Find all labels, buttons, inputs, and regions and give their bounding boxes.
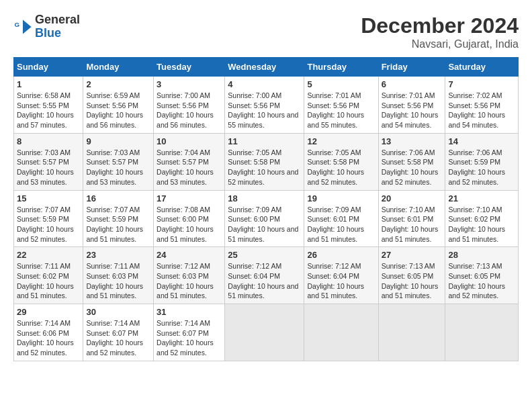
subtitle: Navsari, Gujarat, India — [361, 38, 519, 50]
title-block: December 2024 Navsari, Gujarat, India — [361, 13, 519, 50]
day-detail: Sunrise: 7:06 AMSunset: 5:59 PMDaylight:… — [448, 148, 505, 186]
day-cell-9: 9Sunrise: 7:03 AMSunset: 5:57 PMDaylight… — [83, 133, 154, 190]
day-cell-20: 20Sunrise: 7:10 AMSunset: 6:01 PMDayligh… — [378, 190, 445, 247]
week-row-1: 1Sunrise: 6:58 AMSunset: 5:55 PMDaylight… — [14, 77, 519, 134]
day-detail: Sunrise: 7:12 AMSunset: 6:03 PMDaylight:… — [157, 262, 214, 300]
empty-cell — [225, 304, 304, 361]
day-detail: Sunrise: 7:09 AMSunset: 6:00 PMDaylight:… — [228, 205, 298, 243]
day-cell-30: 30Sunrise: 7:14 AMSunset: 6:07 PMDayligh… — [83, 304, 154, 361]
day-cell-6: 6Sunrise: 7:01 AMSunset: 5:56 PMDaylight… — [378, 77, 445, 134]
header-thursday: Thursday — [304, 58, 378, 77]
empty-cell — [378, 304, 445, 361]
day-cell-3: 3Sunrise: 7:00 AMSunset: 5:56 PMDaylight… — [154, 77, 225, 134]
page-header: G General Blue December 2024 Navsari, Gu… — [13, 13, 519, 50]
day-number: 25 — [228, 250, 301, 260]
day-number: 15 — [17, 193, 80, 203]
day-detail: Sunrise: 7:04 AMSunset: 5:57 PMDaylight:… — [157, 148, 214, 186]
week-row-5: 29Sunrise: 7:14 AMSunset: 6:06 PMDayligh… — [14, 304, 519, 361]
day-detail: Sunrise: 6:59 AMSunset: 5:56 PMDaylight:… — [86, 91, 143, 129]
day-detail: Sunrise: 7:07 AMSunset: 5:59 PMDaylight:… — [17, 205, 74, 243]
day-detail: Sunrise: 7:11 AMSunset: 6:02 PMDaylight:… — [17, 262, 74, 300]
day-cell-28: 28Sunrise: 7:13 AMSunset: 6:05 PMDayligh… — [445, 247, 519, 304]
day-detail: Sunrise: 7:14 AMSunset: 6:07 PMDaylight:… — [86, 319, 143, 357]
day-number: 13 — [382, 136, 443, 146]
day-number: 19 — [307, 193, 375, 203]
logo-line2: Blue — [35, 27, 80, 40]
day-number: 21 — [448, 193, 515, 203]
day-number: 22 — [17, 250, 80, 260]
header-saturday: Saturday — [445, 58, 519, 77]
day-detail: Sunrise: 7:13 AMSunset: 6:05 PMDaylight:… — [382, 262, 439, 300]
day-detail: Sunrise: 7:02 AMSunset: 5:56 PMDaylight:… — [448, 91, 505, 129]
day-number: 14 — [448, 136, 515, 146]
day-number: 10 — [157, 136, 222, 146]
day-cell-29: 29Sunrise: 7:14 AMSunset: 6:06 PMDayligh… — [14, 304, 83, 361]
day-cell-15: 15Sunrise: 7:07 AMSunset: 5:59 PMDayligh… — [14, 190, 83, 247]
logo-line1: General — [35, 13, 80, 27]
day-number: 28 — [448, 250, 515, 260]
day-number: 18 — [228, 193, 301, 203]
day-number: 23 — [86, 250, 150, 260]
day-cell-2: 2Sunrise: 6:59 AMSunset: 5:56 PMDaylight… — [83, 77, 154, 134]
day-number: 2 — [86, 79, 150, 89]
header-wednesday: Wednesday — [225, 58, 304, 77]
day-cell-4: 4Sunrise: 7:00 AMSunset: 5:56 PMDaylight… — [225, 77, 304, 134]
day-detail: Sunrise: 7:08 AMSunset: 6:00 PMDaylight:… — [157, 205, 214, 243]
day-detail: Sunrise: 7:03 AMSunset: 5:57 PMDaylight:… — [86, 148, 143, 186]
day-detail: Sunrise: 7:06 AMSunset: 5:58 PMDaylight:… — [382, 148, 439, 186]
day-number: 8 — [17, 136, 80, 146]
empty-cell — [304, 304, 378, 361]
day-detail: Sunrise: 7:07 AMSunset: 5:59 PMDaylight:… — [86, 205, 143, 243]
day-detail: Sunrise: 7:14 AMSunset: 6:06 PMDaylight:… — [17, 319, 74, 357]
day-cell-19: 19Sunrise: 7:09 AMSunset: 6:01 PMDayligh… — [304, 190, 378, 247]
day-detail: Sunrise: 7:05 AMSunset: 5:58 PMDaylight:… — [228, 148, 298, 186]
day-number: 4 — [228, 79, 301, 89]
day-cell-14: 14Sunrise: 7:06 AMSunset: 5:59 PMDayligh… — [445, 133, 519, 190]
day-cell-23: 23Sunrise: 7:11 AMSunset: 6:03 PMDayligh… — [83, 247, 154, 304]
day-detail: Sunrise: 7:10 AMSunset: 6:02 PMDaylight:… — [448, 205, 505, 243]
day-cell-26: 26Sunrise: 7:12 AMSunset: 6:04 PMDayligh… — [304, 247, 378, 304]
day-number: 5 — [307, 79, 375, 89]
day-cell-31: 31Sunrise: 7:14 AMSunset: 6:07 PMDayligh… — [154, 304, 225, 361]
day-detail: Sunrise: 7:13 AMSunset: 6:05 PMDaylight:… — [448, 262, 505, 300]
day-number: 9 — [86, 136, 150, 146]
day-cell-18: 18Sunrise: 7:09 AMSunset: 6:00 PMDayligh… — [225, 190, 304, 247]
day-number: 20 — [382, 193, 443, 203]
day-number: 27 — [382, 250, 443, 260]
day-cell-1: 1Sunrise: 6:58 AMSunset: 5:55 PMDaylight… — [14, 77, 83, 134]
day-detail: Sunrise: 7:03 AMSunset: 5:57 PMDaylight:… — [17, 148, 74, 186]
week-row-4: 22Sunrise: 7:11 AMSunset: 6:02 PMDayligh… — [14, 247, 519, 304]
day-number: 29 — [17, 307, 80, 317]
svg-marker-1 — [23, 19, 32, 34]
day-detail: Sunrise: 7:09 AMSunset: 6:01 PMDaylight:… — [307, 205, 364, 243]
day-cell-16: 16Sunrise: 7:07 AMSunset: 5:59 PMDayligh… — [83, 190, 154, 247]
day-detail: Sunrise: 7:14 AMSunset: 6:07 PMDaylight:… — [157, 319, 214, 357]
day-number: 24 — [157, 250, 222, 260]
day-number: 3 — [157, 79, 222, 89]
header-monday: Monday — [83, 58, 154, 77]
week-row-3: 15Sunrise: 7:07 AMSunset: 5:59 PMDayligh… — [14, 190, 519, 247]
day-detail: Sunrise: 7:11 AMSunset: 6:03 PMDaylight:… — [86, 262, 143, 300]
logo-icon: G — [13, 17, 32, 36]
day-detail: Sunrise: 6:58 AMSunset: 5:55 PMDaylight:… — [17, 91, 74, 129]
header-tuesday: Tuesday — [154, 58, 225, 77]
day-number: 12 — [307, 136, 375, 146]
day-number: 11 — [228, 136, 301, 146]
day-detail: Sunrise: 7:12 AMSunset: 6:04 PMDaylight:… — [228, 262, 298, 300]
svg-text:G: G — [14, 21, 19, 28]
header-sunday: Sunday — [14, 58, 83, 77]
day-number: 26 — [307, 250, 375, 260]
day-detail: Sunrise: 7:10 AMSunset: 6:01 PMDaylight:… — [382, 205, 439, 243]
day-number: 7 — [448, 79, 515, 89]
day-number: 17 — [157, 193, 222, 203]
day-detail: Sunrise: 7:05 AMSunset: 5:58 PMDaylight:… — [307, 148, 364, 186]
header-row: SundayMondayTuesdayWednesdayThursdayFrid… — [14, 58, 519, 77]
calendar-table: SundayMondayTuesdayWednesdayThursdayFrid… — [13, 57, 519, 361]
day-detail: Sunrise: 7:01 AMSunset: 5:56 PMDaylight:… — [382, 91, 439, 129]
day-cell-17: 17Sunrise: 7:08 AMSunset: 6:00 PMDayligh… — [154, 190, 225, 247]
day-cell-7: 7Sunrise: 7:02 AMSunset: 5:56 PMDaylight… — [445, 77, 519, 134]
day-detail: Sunrise: 7:12 AMSunset: 6:04 PMDaylight:… — [307, 262, 364, 300]
day-number: 31 — [157, 307, 222, 317]
day-cell-5: 5Sunrise: 7:01 AMSunset: 5:56 PMDaylight… — [304, 77, 378, 134]
day-cell-8: 8Sunrise: 7:03 AMSunset: 5:57 PMDaylight… — [14, 133, 83, 190]
